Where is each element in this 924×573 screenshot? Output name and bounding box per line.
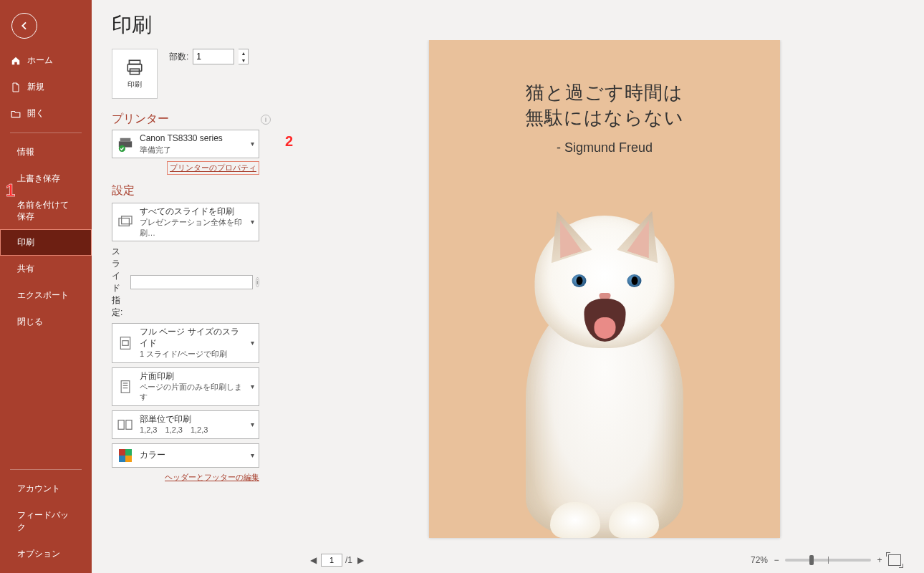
cat-illustration (494, 201, 716, 538)
next-page-button[interactable]: ▶ (355, 555, 365, 565)
printer-status: 準備完了 (140, 145, 245, 155)
setting-title: 部単位で印刷 (140, 414, 245, 425)
slide-range-input[interactable] (130, 275, 253, 289)
full-page-icon (117, 334, 134, 352)
sidebar-item-info[interactable]: 情報 (0, 139, 92, 165)
home-icon (10, 55, 21, 67)
sidebar-item-label: 開く (27, 107, 44, 120)
sidebar-item-feedback[interactable]: フィードバック (0, 502, 92, 541)
info-icon[interactable]: i (256, 277, 259, 287)
svg-rect-7 (122, 216, 132, 224)
print-button-label: 印刷 (127, 80, 142, 90)
setting-print-range[interactable]: すべてのスライドを印刷プレゼンテーション全体を印刷… ▾ (112, 203, 259, 241)
sidebar-item-export[interactable]: エクスポート (0, 282, 92, 309)
zoom-percent: 72% (751, 555, 768, 565)
sidebar-item-print[interactable]: 印刷 (0, 229, 92, 256)
sidebar-item-options[interactable]: オプション (0, 541, 92, 567)
copies-label: 部数: (169, 51, 188, 63)
printer-properties-link[interactable]: プリンターのプロパティ (167, 161, 259, 175)
printer-name: Canon TS8330 series (140, 133, 245, 145)
quote-line-2: 無駄にはならない (429, 105, 780, 130)
spinner-down-icon[interactable]: ▼ (239, 57, 248, 64)
collate-icon (117, 416, 134, 433)
slide-range-label: スライド指定: (112, 246, 127, 319)
divider (10, 133, 82, 133)
svg-rect-6 (119, 218, 129, 226)
prev-page-button[interactable]: ◀ (308, 555, 318, 565)
sidebar-item-account[interactable]: アカウント (0, 476, 92, 502)
folder-open-icon (10, 108, 21, 120)
svg-rect-0 (129, 60, 140, 64)
setting-title: すべてのスライドを印刷 (140, 206, 245, 218)
chevron-down-icon: ▾ (251, 218, 254, 226)
current-page-input[interactable] (321, 554, 342, 567)
print-settings-panel: 印刷 印刷 部数: ▲▼ プリンター i Canon TS8330 series… (92, 0, 279, 573)
fit-to-window-button[interactable] (888, 554, 901, 566)
color-icon (117, 447, 134, 464)
settings-header: 設定 (112, 183, 135, 198)
svg-rect-9 (122, 340, 128, 345)
sidebar-item-close[interactable]: 閉じる (0, 309, 92, 335)
svg-rect-15 (126, 420, 132, 429)
zoom-thumb[interactable] (809, 555, 814, 565)
setting-sub: プレゼンテーション全体を印刷… (140, 217, 245, 238)
setting-title: カラー (140, 450, 245, 461)
backstage-sidebar: ホーム 新規 開く 情報 上書き保存 名前を付けて保存 印刷 共有 エクスポート… (0, 0, 92, 573)
sidebar-item-home[interactable]: ホーム (0, 47, 92, 74)
copies-spinner[interactable]: ▲▼ (239, 49, 249, 64)
setting-sub: ページの片面のみを印刷します (140, 382, 245, 403)
annotation-1: 1 (6, 180, 15, 201)
svg-rect-10 (121, 380, 130, 393)
setting-color[interactable]: カラー ▾ (112, 443, 259, 468)
file-icon (10, 82, 21, 93)
chevron-down-icon: ▾ (251, 339, 254, 347)
sidebar-item-label: ホーム (27, 54, 53, 67)
sidebar-item-new[interactable]: 新規 (0, 74, 92, 100)
quote-author: - Sigmund Freud (429, 140, 780, 155)
sidebar-item-open[interactable]: 開く (0, 100, 92, 127)
chevron-down-icon: ▾ (251, 382, 254, 390)
divider (10, 469, 82, 470)
setting-sub: 1 スライド/ページで印刷 (140, 349, 245, 359)
preview-status-bar: ◀ /1 ▶ 72% − + (305, 550, 904, 570)
zoom-in-button[interactable]: + (875, 555, 884, 565)
sidebar-item-label: 新規 (27, 81, 44, 93)
copies-input[interactable] (193, 49, 234, 64)
quote-line-1: 猫と過ごす時間は (429, 80, 780, 105)
back-arrow-icon (19, 20, 30, 32)
spinner-up-icon[interactable]: ▲ (239, 49, 248, 57)
print-button[interactable]: 印刷 (112, 49, 158, 99)
printer-ready-icon (117, 135, 134, 153)
setting-layout[interactable]: フル ページ サイズのスライド1 スライド/ページで印刷 ▾ (112, 323, 259, 362)
setting-title: 片面印刷 (140, 371, 245, 382)
printer-icon (125, 58, 145, 77)
chevron-down-icon: ▾ (251, 140, 254, 148)
chevron-down-icon: ▾ (251, 420, 254, 428)
setting-title: フル ページ サイズのスライド (140, 327, 245, 349)
total-pages: /1 (345, 555, 352, 565)
svg-rect-3 (120, 138, 131, 142)
printer-select[interactable]: Canon TS8330 series 準備完了 ▾ (112, 130, 259, 158)
setting-collate[interactable]: 部単位で印刷1,2,3 1,2,3 1,2,3 ▾ (112, 410, 259, 439)
svg-rect-14 (118, 420, 124, 429)
zoom-slider[interactable] (785, 559, 871, 562)
chevron-down-icon: ▾ (251, 451, 254, 459)
setting-duplex[interactable]: 片面印刷ページの片面のみを印刷します ▾ (112, 367, 259, 406)
header-footer-link[interactable]: ヘッダーとフッターの編集 (165, 472, 259, 483)
setting-sub: 1,2,3 1,2,3 1,2,3 (140, 425, 245, 435)
print-preview-area: 猫と過ごす時間は 無駄にはならない - Sigmund Freud ◀ /1 ▶ (279, 0, 924, 573)
sidebar-item-share[interactable]: 共有 (0, 256, 92, 282)
back-button[interactable] (11, 13, 37, 39)
info-icon[interactable]: i (261, 115, 271, 125)
zoom-out-button[interactable]: − (772, 555, 781, 565)
slide-preview: 猫と過ごす時間は 無駄にはならない - Sigmund Freud (429, 40, 780, 538)
all-slides-icon (117, 213, 134, 231)
printer-header: プリンター (112, 112, 169, 127)
page-title: 印刷 (112, 11, 271, 39)
one-side-icon (117, 378, 134, 395)
